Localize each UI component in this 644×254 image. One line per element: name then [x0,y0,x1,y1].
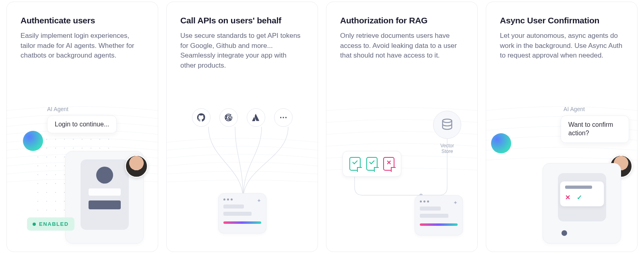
confirm-mock-frame: ✕ ✓ [543,163,621,244]
app-box: ✦ [415,195,463,235]
atlassian-icon [247,108,265,127]
card-description: Let your autonomous, async agents do wor… [500,31,623,61]
svg-point-1 [283,117,284,118]
avatar-placeholder-icon [96,167,113,184]
card-description: Only retrieve documents users have acces… [340,31,464,61]
agent-orb-icon [491,133,511,153]
agent-orb-icon [23,131,43,151]
connector-lines [167,127,318,203]
google-icon [219,108,238,127]
agent-label: AI Agent [47,106,68,112]
card-illustration: AI Agent Login to continue... ENABLED [7,95,158,252]
sparkle-icon: ✦ [257,198,261,204]
card-illustration: ✦ [167,95,318,252]
more-icon [274,108,293,127]
vector-store: Vector Store [433,111,461,155]
feature-card-async-confirm[interactable]: Async User Confirmation Let your autonom… [486,2,638,252]
input-placeholder [89,188,121,196]
login-form-mock [80,159,129,230]
card-description: Easily implement login experiences, tail… [21,31,144,61]
deny-icon: ✕ [565,194,570,201]
documents-filter [343,151,401,177]
card-illustration: AI Agent Want to confirm action? ✕ ✓ [486,95,637,252]
sparkle-icon: ✦ [453,200,458,206]
login-button-mock [89,200,121,209]
handle-dot-icon [561,230,567,236]
feature-card-rag-authz[interactable]: Authorization for RAG Only retrieve docu… [326,2,478,252]
github-icon [192,108,211,127]
enabled-badge-text: ENABLED [39,221,69,227]
card-title: Authenticate users [21,16,144,25]
chat-bubble: Login to continue... [47,116,117,133]
window-dots-icon [223,198,261,200]
database-icon [433,111,461,139]
svg-point-0 [280,117,281,118]
doc-denied-icon [383,157,394,171]
user-avatar [125,155,148,178]
card-title: Authorization for RAG [340,16,464,25]
card-title: Async User Confirmation [500,16,623,25]
approve-icon: ✓ [577,194,582,201]
doc-allowed-icon [349,157,361,171]
card-title: Call APIs on users' behalf [180,16,304,25]
svg-point-2 [285,117,286,118]
card-illustration: Vector Store ✦ [326,95,477,252]
svg-point-4 [443,119,452,123]
window-dots-icon [420,200,458,202]
app-box: ✦ [218,193,266,233]
api-provider-row [167,108,318,127]
chat-bubble: Want to confirm action? [561,116,629,143]
card-description: Use secure standards to get API tokens f… [180,31,304,71]
agent-label: AI Agent [564,106,585,112]
confirm-dialog-mock: ✕ ✓ [560,181,604,207]
enabled-badge: ENABLED [27,217,74,231]
vector-store-label: Vector Store [433,143,461,155]
doc-allowed-icon [366,157,378,171]
feature-card-authenticate[interactable]: Authenticate users Easily implement logi… [6,2,158,252]
feature-card-call-apis[interactable]: Call APIs on users' behalf Use secure st… [166,2,318,252]
feature-card-grid: Authenticate users Easily implement logi… [0,0,644,252]
